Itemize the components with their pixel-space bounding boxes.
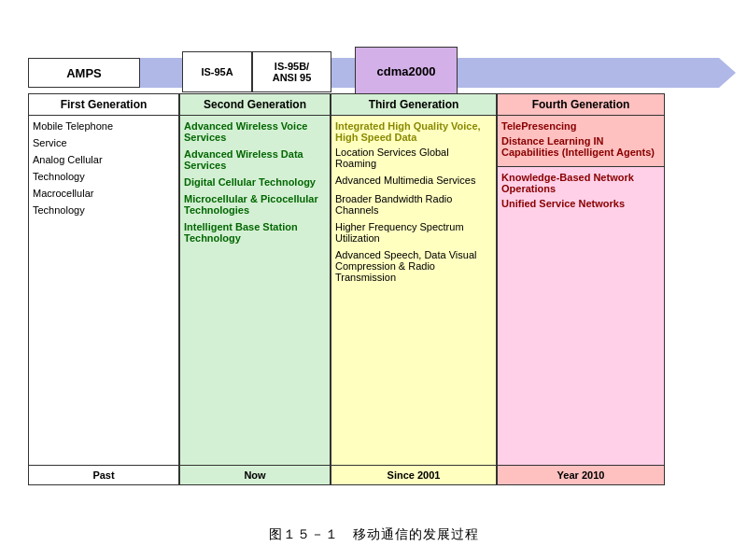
cdma-box: cdma2000 xyxy=(355,47,458,95)
col2-header: Second Generation xyxy=(180,94,330,116)
col-first-gen: First Generation Mobile Telephone Servic… xyxy=(28,93,179,485)
col2-item4: Microcellular & Picocellular Technologie… xyxy=(184,193,326,216)
col2-item1: Advanced Wireless Voice Services xyxy=(184,120,326,143)
col4-mid: Knowledge-Based Network Operations Unifi… xyxy=(498,167,664,466)
col3-item6: Advanced Speech, Data Visual Compression… xyxy=(335,249,492,283)
col4-footer: Year 2010 xyxy=(498,466,664,484)
col1-item5: Macrocellular xyxy=(33,188,175,199)
col-third-gen: Third Generation Integrated High Quality… xyxy=(331,93,497,485)
is95b-box: IS-95B/ANSI 95 xyxy=(252,51,331,92)
col4-mid-item2: Unified Service Networks xyxy=(501,198,660,209)
col1-body: Mobile Telephone Service Analog Cellular… xyxy=(29,116,178,465)
col3-item2: Location Services Global Roaming xyxy=(335,147,492,169)
col3-footer: Since 2001 xyxy=(331,465,496,484)
amps-box: AMPS xyxy=(28,58,140,88)
col1-footer: Past xyxy=(29,465,178,484)
col3-header: Third Generation xyxy=(331,94,496,116)
col2-item5: Intelligent Base Station Technology xyxy=(184,221,326,244)
col2-body: Advanced Wireless Voice Services Advance… xyxy=(180,116,330,465)
col1-header: First Generation xyxy=(29,94,178,116)
col1-item6: Technology xyxy=(33,204,175,216)
col4-top-item1: TelePresencing xyxy=(501,120,660,132)
col4-top-item2: Distance Learning IN Capabilities (Intel… xyxy=(501,135,660,158)
col1-item2: Service xyxy=(33,137,175,148)
col1-item1: Mobile Telephone xyxy=(33,120,175,132)
col1-item4: Technology xyxy=(33,171,175,182)
col2-item2: Advanced Wireless Data Services xyxy=(184,148,326,171)
amps-label: AMPS xyxy=(66,66,102,80)
is95b-label: IS-95B/ANSI 95 xyxy=(273,61,312,83)
figure-caption: 图１５－１ 移动通信的发展过程 xyxy=(0,526,747,543)
col4-mid-item1: Knowledge-Based Network Operations xyxy=(501,172,660,194)
col3-item1: Integrated High Quality Voice, High Spee… xyxy=(335,120,492,143)
col4-header: Fourth Generation xyxy=(498,94,664,116)
col3-item5: Higher Frequency Spectrum Utilization xyxy=(335,221,492,244)
cdma-label: cdma2000 xyxy=(377,64,436,78)
is95a-box: IS-95A xyxy=(182,51,252,92)
col3-item4: Broader Bandwidth Radio Channels xyxy=(335,193,492,216)
col3-item3: Advanced Multimedia Services xyxy=(335,175,492,186)
generations-table: First Generation Mobile Telephone Servic… xyxy=(28,93,702,485)
col-fourth-gen: Fourth Generation TelePresencing Distanc… xyxy=(497,93,665,485)
col4-top: TelePresencing Distance Learning IN Capa… xyxy=(498,116,664,167)
col2-item3: Digital Cellular Technology xyxy=(184,176,326,188)
is95a-label: IS-95A xyxy=(201,66,233,77)
col1-item3: Analog Cellular xyxy=(33,154,175,165)
col3-body: Integrated High Quality Voice, High Spee… xyxy=(331,116,496,465)
col2-footer: Now xyxy=(180,465,330,484)
col-second-gen: Second Generation Advanced Wireless Voic… xyxy=(179,93,331,485)
